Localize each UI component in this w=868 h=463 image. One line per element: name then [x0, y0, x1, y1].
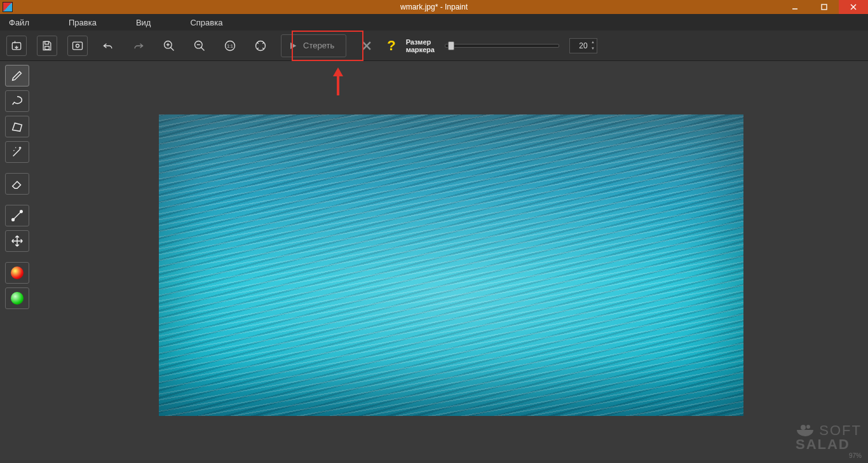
main-area — [0, 61, 868, 463]
marker-size-spinner[interactable]: ▲ ▼ — [590, 39, 596, 52]
svg-line-24 — [14, 212, 21, 219]
menubar: Файл Правка Вид Справка — [0, 14, 868, 31]
menu-file[interactable]: Файл — [5, 17, 33, 29]
lasso-tool[interactable] — [5, 90, 29, 112]
svg-line-10 — [171, 47, 174, 50]
help-icon[interactable]: ? — [387, 38, 395, 54]
undo-button[interactable] — [98, 36, 118, 56]
menu-view[interactable]: Вид — [132, 17, 155, 29]
redo-button[interactable] — [128, 36, 149, 56]
svg-rect-7 — [73, 42, 83, 50]
open-button[interactable] — [6, 36, 27, 56]
watermark-percent: 97% — [796, 453, 862, 459]
svg-text:1:1: 1:1 — [227, 43, 233, 48]
erase-button[interactable]: Стереть — [281, 34, 346, 57]
svg-marker-19 — [290, 42, 296, 49]
image-canvas[interactable] — [159, 114, 743, 416]
svg-rect-5 — [45, 41, 49, 44]
titlebar: wmark.jpg* - Inpaint — [0, 0, 868, 14]
svg-rect-6 — [45, 46, 50, 49]
watermark-bowl-icon — [796, 422, 815, 438]
tool-sidebar — [0, 61, 34, 463]
cancel-button[interactable] — [356, 36, 377, 56]
magic-wand-tool[interactable] — [5, 141, 29, 163]
save-button[interactable] — [37, 36, 57, 56]
donor-green-marker[interactable] — [5, 287, 29, 309]
spinner-down-icon[interactable]: ▼ — [590, 46, 596, 52]
spinner-up-icon[interactable]: ▲ — [590, 39, 596, 46]
menu-edit[interactable]: Правка — [65, 17, 100, 29]
canvas-viewport[interactable] — [34, 61, 868, 463]
svg-point-18 — [256, 41, 266, 50]
svg-point-8 — [76, 44, 79, 47]
eraser-tool[interactable] — [5, 173, 29, 195]
maximize-button[interactable] — [810, 0, 839, 14]
move-tool[interactable] — [5, 230, 29, 252]
zoom-out-button[interactable] — [189, 36, 210, 56]
marker-size-input[interactable]: 20 ▲ ▼ — [569, 38, 597, 53]
app-icon — [3, 2, 13, 12]
screenshot-button[interactable] — [67, 36, 88, 56]
svg-point-28 — [806, 425, 810, 429]
line-tool[interactable] — [5, 205, 29, 226]
svg-point-27 — [801, 425, 806, 430]
marker-tool[interactable] — [5, 65, 29, 86]
marker-size-value: 20 — [579, 41, 587, 50]
marker-size-label: Размер маркера — [406, 38, 435, 53]
green-dot-icon — [11, 292, 24, 305]
donor-red-marker[interactable] — [5, 262, 29, 284]
toolbar: 1:1 Стереть ? Размер маркера 20 ▲ ▼ — [0, 31, 868, 61]
window-title: wmark.jpg* - Inpaint — [0, 3, 868, 11]
zoom-actual-button[interactable]: 1:1 — [220, 36, 240, 56]
polygon-tool[interactable] — [5, 116, 29, 137]
zoom-in-button[interactable] — [159, 36, 179, 56]
window-controls — [780, 0, 868, 14]
watermark: SOFT SALAD 97% — [796, 422, 862, 459]
menu-help[interactable]: Справка — [186, 17, 226, 29]
watermark-line2: SALAD — [796, 436, 850, 452]
close-button[interactable] — [839, 0, 868, 14]
zoom-fit-button[interactable] — [250, 36, 271, 56]
svg-line-14 — [201, 47, 205, 50]
slider-thumb[interactable] — [448, 41, 454, 50]
red-dot-icon — [11, 266, 24, 279]
svg-rect-1 — [822, 4, 827, 10]
minimize-button[interactable] — [780, 0, 810, 14]
erase-label: Стереть — [303, 41, 334, 50]
marker-size-slider[interactable] — [445, 44, 559, 48]
